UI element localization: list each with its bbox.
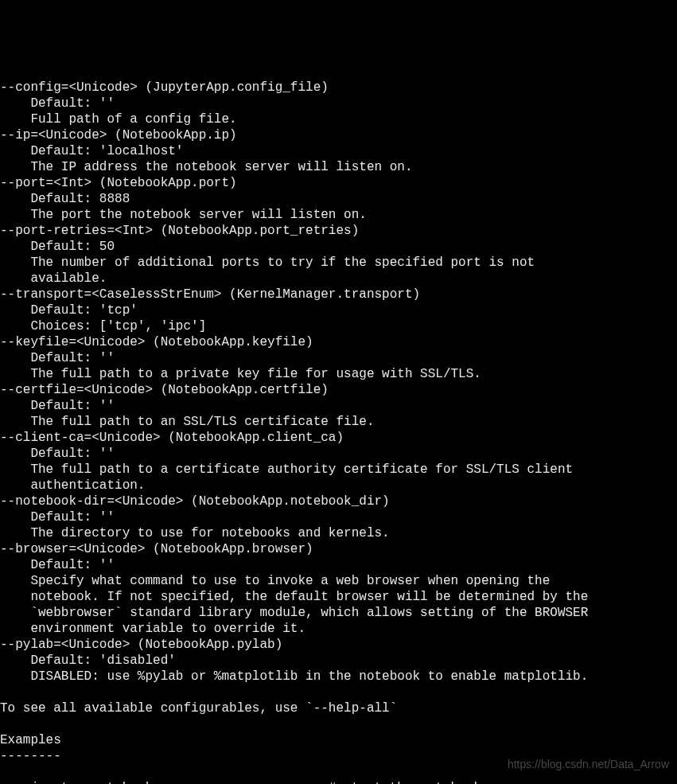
option-notebook-dir-header: --notebook-dir=<Unicode> (NotebookApp.no… xyxy=(0,494,390,509)
help-all-hint: To see all available configurables, use … xyxy=(0,701,397,716)
option-notebook-dir-default: Default: '' xyxy=(0,510,115,525)
option-keyfile-header: --keyfile=<Unicode> (NotebookApp.keyfile… xyxy=(0,335,313,349)
option-ip-default: Default: 'localhost' xyxy=(0,144,183,158)
option-keyfile-default: Default: '' xyxy=(0,351,115,365)
option-certfile-desc: The full path to an SSL/TLS certificate … xyxy=(0,415,374,429)
option-browser-header: --browser=<Unicode> (NotebookApp.browser… xyxy=(0,542,313,556)
option-client-ca-desc1: The full path to a certificate authority… xyxy=(0,462,573,477)
examples-header: Examples xyxy=(0,733,61,747)
option-notebook-dir-desc: The directory to use for notebooks and k… xyxy=(0,526,390,540)
option-config-desc: Full path of a config file. xyxy=(0,112,237,127)
option-port-default: Default: 8888 xyxy=(0,192,130,206)
option-port-retries-header: --port-retries=<Int> (NotebookApp.port_r… xyxy=(0,224,359,238)
terminal-output: --config=<Unicode> (JupyterApp.config_fi… xyxy=(0,64,677,784)
option-transport-default: Default: 'tcp' xyxy=(0,303,138,318)
option-browser-desc1: Specify what command to use to invoke a … xyxy=(0,574,550,588)
option-port-header: --port=<Int> (NotebookApp.port) xyxy=(0,176,237,190)
option-keyfile-desc: The full path to a private key file for … xyxy=(0,367,481,381)
option-ip-header: --ip=<Unicode> (NotebookApp.ip) xyxy=(0,128,237,142)
option-transport-header: --transport=<CaselessStrEnum> (KernelMan… xyxy=(0,287,420,302)
option-client-ca-header: --client-ca=<Unicode> (NotebookApp.clien… xyxy=(0,431,344,445)
option-port-desc: The port the notebook server will listen… xyxy=(0,208,367,222)
example-start: jupyter notebook # start the notebook xyxy=(0,781,481,784)
option-pylab-desc: DISABLED: use %pylab or %matplotlib in t… xyxy=(0,669,588,684)
examples-underline: -------- xyxy=(0,749,61,763)
option-pylab-header: --pylab=<Unicode> (NotebookApp.pylab) xyxy=(0,638,282,652)
option-browser-default: Default: '' xyxy=(0,558,115,572)
option-browser-desc2: notebook. If not specified, the default … xyxy=(0,590,588,604)
option-client-ca-desc2: authentication. xyxy=(0,478,145,493)
option-config-header: --config=<Unicode> (JupyterApp.config_fi… xyxy=(0,80,329,95)
option-port-retries-desc1: The number of additional ports to try if… xyxy=(0,255,535,270)
option-browser-desc3: `webbrowser` standard library module, wh… xyxy=(0,606,588,620)
option-browser-desc4: environment variable to override it. xyxy=(0,622,305,636)
option-config-default: Default: '' xyxy=(0,96,115,111)
watermark-text: https://blog.csdn.net/Data_Arrow xyxy=(508,756,669,772)
option-certfile-header: --certfile=<Unicode> (NotebookApp.certfi… xyxy=(0,383,329,397)
option-port-retries-desc2: available. xyxy=(0,271,107,286)
option-client-ca-default: Default: '' xyxy=(0,447,115,461)
option-port-retries-default: Default: 50 xyxy=(0,240,115,254)
option-certfile-default: Default: '' xyxy=(0,399,115,413)
option-transport-choices: Choices: ['tcp', 'ipc'] xyxy=(0,319,206,333)
option-pylab-default: Default: 'disabled' xyxy=(0,653,176,668)
option-ip-desc: The IP address the notebook server will … xyxy=(0,160,412,174)
